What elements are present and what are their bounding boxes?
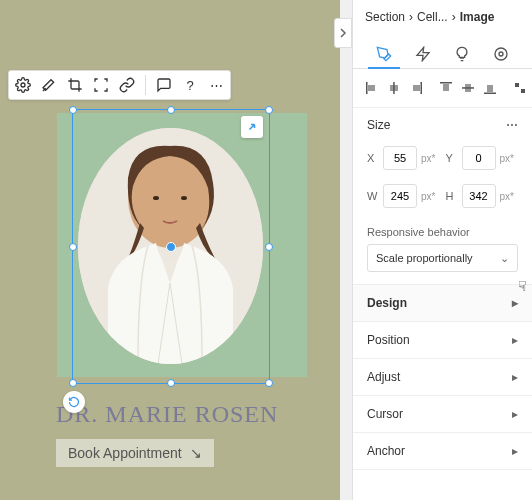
svg-rect-8 (366, 82, 368, 94)
svg-rect-15 (443, 84, 449, 91)
svg-rect-11 (390, 85, 398, 91)
link-icon[interactable] (119, 77, 135, 93)
book-label: Book Appointment (68, 445, 182, 461)
more-icon[interactable]: ⋯ (208, 77, 224, 93)
svg-point-7 (495, 48, 507, 60)
distribute-icon[interactable] (513, 79, 527, 97)
chevron-right-icon: ▸ (512, 407, 518, 421)
magic-icon[interactable] (41, 77, 57, 93)
align-center-h-icon[interactable] (387, 79, 401, 97)
tab-settings[interactable] (485, 40, 517, 68)
chevron-right-icon: ▸ (512, 296, 518, 310)
breadcrumb-section[interactable]: Section (365, 10, 405, 24)
align-bottom-icon[interactable] (483, 79, 497, 97)
svg-rect-9 (368, 85, 375, 91)
responsive-value: Scale proportionally (376, 252, 473, 264)
align-top-icon[interactable] (439, 79, 453, 97)
responsive-select[interactable]: Scale proportionally ⌄ (367, 244, 518, 272)
gear-icon[interactable] (15, 77, 31, 93)
h-label: H (446, 190, 458, 202)
inspector-panel: Section › Cell... › Image Size ⋯ X px* Y (352, 0, 532, 500)
chevron-down-icon: ⌄ (500, 252, 509, 265)
accordion-cursor[interactable]: Cursor▸ (353, 396, 532, 432)
help-icon[interactable]: ? (182, 77, 198, 93)
chevron-right-icon: › (452, 10, 456, 24)
svg-rect-17 (465, 84, 471, 92)
accordion-design[interactable]: Design▸ (353, 285, 532, 321)
resize-handle-bl[interactable] (69, 379, 77, 387)
chevron-right-icon: ▸ (512, 444, 518, 458)
resize-handle-tm[interactable] (167, 106, 175, 114)
size-label: Size (367, 118, 390, 132)
svg-rect-21 (521, 89, 525, 93)
panel-collapse-toggle[interactable] (334, 18, 352, 48)
w-input[interactable] (383, 184, 417, 208)
svg-rect-18 (484, 93, 496, 95)
tab-design[interactable] (368, 40, 400, 68)
chevron-right-icon: › (409, 10, 413, 24)
y-input[interactable] (462, 146, 496, 170)
toolbar-separator (145, 75, 146, 95)
resize-handle-tr[interactable] (265, 106, 273, 114)
resize-handle-tl[interactable] (69, 106, 77, 114)
resize-handle-ml[interactable] (69, 243, 77, 251)
chevron-right-icon: ▸ (512, 370, 518, 384)
breadcrumb-cell[interactable]: Cell... (417, 10, 448, 24)
w-label: W (367, 190, 379, 202)
tab-interactions[interactable] (407, 40, 439, 68)
inspector-tabs (353, 34, 532, 69)
x-input[interactable] (383, 146, 417, 170)
arrow-icon: ↘ (190, 445, 202, 461)
focus-icon[interactable] (93, 77, 109, 93)
breadcrumb-current: Image (460, 10, 495, 24)
align-middle-icon[interactable] (461, 79, 475, 97)
alignment-controls (353, 69, 532, 108)
expand-icon[interactable] (241, 116, 263, 138)
book-appointment-button[interactable]: Book Appointment ↘ (56, 439, 214, 467)
comment-icon[interactable] (156, 77, 172, 93)
svg-point-0 (21, 83, 25, 87)
canvas-area: ? ⋯ DR. MARIE ROSEN (0, 0, 352, 500)
svg-rect-13 (413, 85, 420, 91)
h-input[interactable] (462, 184, 496, 208)
svg-rect-14 (440, 82, 452, 84)
align-right-icon[interactable] (409, 79, 423, 97)
more-icon[interactable]: ⋯ (506, 118, 518, 132)
y-label: Y (446, 152, 458, 164)
align-left-icon[interactable] (365, 79, 379, 97)
y-unit: px* (500, 153, 514, 164)
svg-rect-12 (421, 82, 423, 94)
rotate-icon[interactable] (63, 391, 85, 413)
center-handle[interactable] (166, 242, 176, 252)
breadcrumb: Section › Cell... › Image (353, 0, 532, 34)
accordion-anchor[interactable]: Anchor▸ (353, 433, 532, 469)
resize-handle-mr[interactable] (265, 243, 273, 251)
svg-rect-19 (487, 85, 493, 92)
resize-handle-br[interactable] (265, 379, 273, 387)
context-toolbar: ? ⋯ (8, 70, 231, 100)
chevron-right-icon: ▸ (512, 333, 518, 347)
h-unit: px* (500, 191, 514, 202)
accordion-position[interactable]: Position▸ (353, 322, 532, 358)
size-section-header: Size ⋯ (353, 108, 532, 142)
svg-marker-5 (417, 47, 429, 60)
doctor-name-text[interactable]: DR. MARIE ROSEN (56, 401, 278, 428)
tab-inspiration[interactable] (446, 40, 478, 68)
svg-rect-20 (515, 83, 519, 87)
responsive-section: Responsive behavior Scale proportionally… (353, 218, 532, 285)
x-unit: px* (421, 153, 435, 164)
responsive-label: Responsive behavior (367, 226, 518, 238)
resize-handle-bm[interactable] (167, 379, 175, 387)
w-unit: px* (421, 191, 435, 202)
selection-box[interactable] (72, 109, 270, 384)
x-label: X (367, 152, 379, 164)
svg-point-6 (499, 52, 503, 56)
cursor-indicator: ☟ (518, 278, 527, 294)
accordion-adjust[interactable]: Adjust▸ (353, 359, 532, 395)
crop-icon[interactable] (67, 77, 83, 93)
